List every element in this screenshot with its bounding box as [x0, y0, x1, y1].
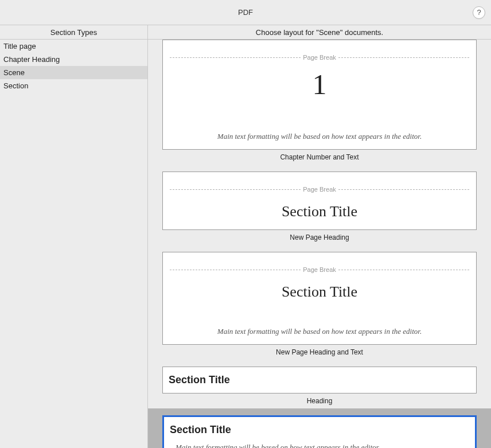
layout-caption: Heading [162, 397, 477, 405]
body-hint: Main text formatting will be based on ho… [163, 132, 476, 149]
layout-preview: Page Break Section Title Main text forma… [162, 252, 477, 345]
titlebar: PDF ? [0, 0, 491, 25]
layout-new-page-heading[interactable]: Page Break Section Title New Page Headin… [148, 165, 491, 245]
page-break-dash [170, 270, 301, 270]
sidebar-list: Title page Chapter Heading Scene Section [0, 40, 147, 448]
content-split: Section Types Title page Chapter Heading… [0, 25, 491, 448]
sidebar-item-label: Section [3, 81, 28, 90]
sidebar-item-section[interactable]: Section [0, 79, 147, 92]
sidebar-item-label: Title page [3, 42, 36, 50]
layout-preview: Page Break Section Title [162, 172, 477, 230]
layout-scroll[interactable]: Page Break 1 Main text formatting will b… [148, 40, 491, 448]
sidebar-item-scene[interactable]: Scene [0, 66, 147, 79]
main-header: Choose layout for "Scene" documents. [148, 25, 491, 40]
help-icon: ? [477, 8, 481, 17]
page-break-dash [170, 57, 301, 58]
main-pane: Choose layout for "Scene" documents. Pag… [148, 25, 491, 448]
page-break-indicator: Page Break [163, 266, 476, 273]
section-title: Section Title [163, 197, 476, 229]
layout-preview: Section Title [162, 367, 477, 394]
layout-list: Page Break 1 Main text formatting will b… [148, 40, 491, 448]
layout-heading[interactable]: Section Title Heading [148, 360, 491, 408]
sidebar-item-label: Scene [3, 68, 25, 77]
section-title: Section Title [163, 278, 476, 310]
sidebar-item-chapter-heading[interactable]: Chapter Heading [0, 53, 147, 66]
layout-caption: Chapter Number and Text [162, 153, 477, 161]
sidebar: Section Types Title page Chapter Heading… [0, 25, 148, 448]
page-break-label: Page Break [303, 266, 336, 273]
sidebar-item-title-page[interactable]: Title page [0, 40, 147, 53]
layout-caption: New Page Heading and Text [162, 348, 477, 356]
sidebar-item-label: Chapter Heading [3, 55, 60, 64]
help-button[interactable]: ? [473, 6, 485, 19]
page-break-indicator: Page Break [163, 54, 476, 61]
page-break-label: Page Break [303, 186, 336, 193]
page-break-dash [170, 189, 301, 190]
layout-new-page-heading-and-text[interactable]: Page Break Section Title Main text forma… [148, 245, 491, 360]
section-title: Section Title [164, 417, 475, 443]
page-break-dash [338, 57, 469, 58]
layout-text-section-with-heading[interactable]: Section Title Main text formatting will … [148, 408, 491, 448]
window-title: PDF [238, 8, 253, 17]
layout-preview: Page Break 1 Main text formatting will b… [162, 40, 477, 150]
layout-preview: Section Title Main text formatting will … [162, 415, 477, 448]
body-hint: Main text formatting will be based on ho… [163, 327, 476, 344]
section-title: Section Title [163, 367, 476, 393]
page-break-dash [338, 189, 469, 190]
page-break-dash [338, 270, 469, 270]
sidebar-header: Section Types [0, 25, 147, 40]
chapter-number: 1 [163, 68, 476, 101]
layout-chapter-number-and-text[interactable]: Page Break 1 Main text formatting will b… [148, 40, 491, 165]
page-break-label: Page Break [303, 54, 336, 61]
body-hint: Main text formatting will be based on ho… [164, 443, 475, 448]
layout-caption: New Page Heading [162, 233, 477, 241]
page-break-indicator: Page Break [163, 186, 476, 193]
